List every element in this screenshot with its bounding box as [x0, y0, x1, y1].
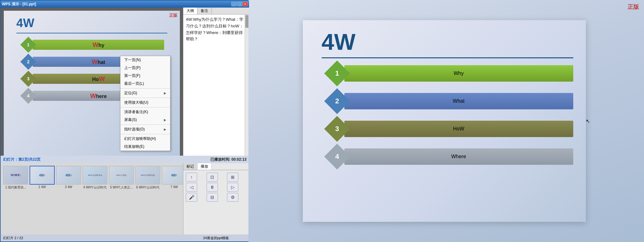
notes-content: 4W:Why为什么学习？What：学习什么？达到什么目标？hoW：怎样学好？Wh…	[183, 14, 249, 44]
window-controls: — □ ✕	[231, 2, 248, 6]
ctrl-btn-back[interactable]: ◁	[186, 183, 197, 192]
ctrl-btn-pause[interactable]: ⏸	[207, 183, 218, 192]
thumb-3-label: 3 4W	[65, 185, 72, 189]
pres-num-2: 2	[335, 97, 339, 105]
menu-goto[interactable]: 定位(G)▶	[120, 89, 170, 97]
title-bar: WPS 演示 - [01.ppt] — □ ✕	[1, 1, 249, 8]
diamond-4: 4	[20, 88, 36, 104]
thumb-5-label: 5 WHY:人类正...	[110, 185, 133, 190]
thumb-1-label: 1 现代教育技...	[5, 185, 26, 190]
thumb-3-img[interactable]: 4W 3	[56, 166, 81, 185]
thumb-1-img[interactable]: 现代教育 1	[3, 166, 28, 185]
template-name: 24黄金的ppt模板	[203, 236, 229, 240]
thumb-4-label: 4 WHY:认识时代	[83, 185, 107, 190]
maximize-button[interactable]: □	[237, 2, 242, 6]
menu-sep-1	[120, 88, 170, 89]
thumb-4-img[interactable]: WHY:认识时代 4	[82, 166, 108, 185]
status-bar: 幻灯片：第2页/共22页 已播放时间: 00:02:13	[1, 156, 249, 163]
menu-prev[interactable]: 上一页(P)	[120, 64, 170, 72]
menu-pointer[interactable]: 指针选项(O)▶	[120, 125, 170, 133]
thumb-7-label: 7 4W	[170, 185, 178, 189]
pres-num-4: 4	[335, 153, 339, 161]
thumb-2-img[interactable]: 4W 2	[30, 166, 55, 185]
pres-title: 4W	[322, 29, 356, 55]
ctrl-btn-fwd[interactable]: ▷	[227, 183, 238, 192]
pres-item-2: 2 What	[328, 92, 573, 110]
close-button[interactable]: ✕	[243, 2, 248, 6]
pres-diamond-2: 2	[324, 88, 350, 114]
menu-sep-3	[120, 107, 170, 107]
pres-num-3: 3	[335, 125, 339, 133]
diamond-3-num: 3	[27, 76, 30, 81]
diamond-1: 1	[20, 37, 36, 53]
pres-wps-logo: 正版	[628, 3, 639, 11]
menu-next[interactable]: 下一页(N)	[120, 56, 170, 64]
item-3-text: HoW	[92, 75, 105, 83]
ctrl-btn-mic[interactable]: 🎤	[186, 193, 197, 202]
pres-diamond-4: 4	[324, 144, 350, 170]
pres-title-line	[322, 57, 573, 58]
menu-sep-2	[120, 98, 170, 98]
slide-count: 幻灯片 2 / 22	[3, 236, 23, 240]
pres-bar-1: Why	[344, 65, 573, 82]
wps-window: WPS 演示 - [01.ppt] — □ ✕ 正版 4W 1	[0, 0, 248, 242]
item-bar-1: Why	[33, 40, 164, 50]
diamond-1-num: 1	[27, 42, 30, 47]
pres-item-3: 3 HoW	[328, 120, 573, 138]
thumb-1[interactable]: 现代教育 1 1 现代教育技...	[3, 166, 28, 190]
thumb-3[interactable]: 4W 3 3 4W	[56, 166, 81, 190]
minimize-button[interactable]: —	[231, 2, 236, 6]
menu-speaker-notes[interactable]: 演讲者备注(K)	[120, 108, 170, 116]
menu-screen[interactable]: 屏幕(S)▶	[120, 116, 170, 124]
time-info: 已播放时间: 00:02:13	[210, 157, 247, 162]
thumbnails-area: 现代教育 1 1 现代教育技... 4W 2 2 4W 4W 3 3 4W	[1, 163, 249, 241]
pres-bar-4: Where	[344, 148, 573, 165]
diamond-2: 2	[20, 54, 36, 70]
item-2-text: What	[92, 58, 105, 66]
presentation-view: 正版 4W 1 Why 2 What	[248, 0, 644, 242]
menu-last[interactable]: 最后一页(L)	[120, 80, 170, 88]
thumb-6[interactable]: WHY:认识时代 6 6 WHY:认识时代	[135, 166, 160, 190]
tab-mark[interactable]: 标记	[183, 163, 197, 170]
playback-grid: ↑ ⊡ ⊞ ◁ ⏸ ▷ 🎤 ⊟ ⚙	[183, 170, 249, 204]
menu-first[interactable]: 第一页(F)	[120, 72, 170, 80]
pres-text-3: HoW	[453, 126, 464, 132]
thumb-5[interactable]: WHY:人类 5 5 WHY:人类正...	[109, 166, 134, 190]
thumb-2[interactable]: 4W 2 2 4W	[30, 166, 55, 190]
tab-outline[interactable]: 大纲	[183, 8, 197, 14]
slide-info: 幻灯片：第2页/共22页	[3, 157, 41, 162]
pres-diamond-3: 3	[324, 116, 350, 142]
ctrl-btn-screen[interactable]: ⊡	[207, 173, 218, 182]
context-menu[interactable]: 下一页(N) 上一页(P) 第一页(F) 最后一页(L) 定位(G)▶ 使用放大…	[120, 56, 170, 151]
item-1-text: Why	[92, 41, 104, 49]
bottom-status-left: 幻灯片 2 / 22	[1, 234, 183, 241]
thumb-2-label: 2 4W	[38, 185, 46, 189]
diamond-4-num: 4	[27, 93, 30, 98]
notes-panel: 大纲 备注 4W:Why为什么学习？What：学习什么？达到什么目标？hoW：怎…	[183, 8, 249, 162]
tab-notes[interactable]: 备注	[197, 8, 212, 14]
menu-sep-5	[120, 134, 170, 134]
pres-bar-2: What	[344, 93, 573, 109]
ctrl-btn-settings[interactable]: ⚙	[227, 193, 238, 202]
diamond-3: 3	[20, 71, 36, 87]
pres-text-1: Why	[453, 71, 464, 76]
pres-text-4: Where	[451, 154, 466, 159]
pres-items: 1 Why 2 What 3 HoW	[328, 64, 573, 175]
menu-end[interactable]: 结束放映(E)	[120, 143, 170, 151]
ctrl-btn-cam[interactable]: ⊟	[207, 193, 218, 202]
ctrl-btn-record[interactable]: ⊞	[227, 173, 238, 182]
thumb-6-img[interactable]: WHY:认识时代 6	[135, 166, 160, 185]
window-title: WPS 演示 - [01.ppt]	[2, 2, 36, 7]
thumb-5-img[interactable]: WHY:人类 5	[109, 166, 134, 185]
thumb-4[interactable]: WHY:认识时代 4 4 WHY:认识时代	[82, 166, 108, 190]
diamond-2-num: 2	[27, 59, 30, 64]
menu-magnifier[interactable]: 使用放大镜(U)	[120, 99, 170, 107]
tab-play[interactable]: 播放	[197, 163, 212, 170]
slide-title-line	[16, 33, 167, 33]
playback-tabs: 标记 播放	[183, 163, 249, 170]
menu-sep-4	[120, 124, 170, 125]
menu-help[interactable]: 幻灯片放映帮助(H)	[120, 135, 170, 143]
pres-diamond-1: 1	[324, 60, 350, 86]
cursor-arrow: ↖	[586, 118, 590, 124]
ctrl-btn-up[interactable]: ↑	[186, 173, 197, 182]
